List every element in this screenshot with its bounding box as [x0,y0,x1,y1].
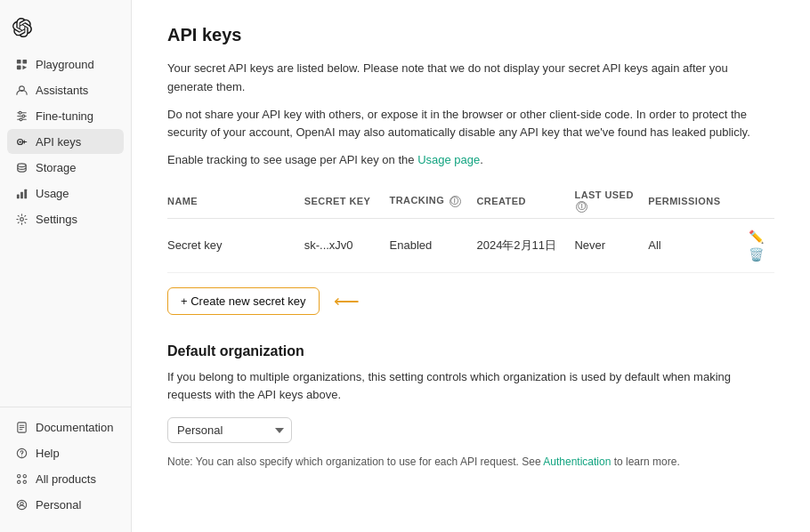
fine-tuning-icon [14,109,28,123]
usage-tracking-text: Enable tracking to see usage per API key… [167,151,774,170]
col-header-tracking: TRACKING ⓘ [390,184,477,218]
key-permissions: All [648,218,728,272]
svg-rect-11 [16,194,19,198]
page-title: API keys [167,25,774,45]
personal-icon [14,497,28,512]
default-org-description: If you belong to multiple organizations,… [167,368,774,406]
col-header-secret: SECRET KEY [304,184,390,218]
svg-point-14 [20,217,23,221]
assistants-icon [14,83,28,97]
edit-key-button[interactable]: ✏️ [745,228,767,246]
usage-page-link[interactable]: Usage page [417,153,480,166]
table-row: Secret key sk-...xJv0 Enabled 2024年2月11日… [167,218,774,272]
lastused-info-icon: ⓘ [576,201,587,213]
svg-rect-0 [16,59,20,63]
sidebar-item-label: Assistants [36,84,88,97]
svg-point-19 [23,474,26,477]
create-secret-key-button[interactable]: + Create new secret key [167,287,320,315]
sidebar-item-label: Fine-tuning [36,109,93,123]
key-secret: sk-...xJv0 [304,218,390,272]
sidebar-item-label: Settings [36,213,77,226]
svg-point-7 [20,117,22,120]
sidebar-item-api-keys[interactable]: API keys [7,129,124,154]
col-header-permissions: PERMISSIONS [648,184,728,218]
arrow-indicator-icon: ⟵ [334,290,360,311]
svg-rect-2 [16,65,20,69]
sidebar-item-playground[interactable]: Playground [7,52,124,77]
api-keys-table: NAME SECRET KEY TRACKING ⓘ CREATED LAST … [167,184,774,273]
tracking-info-icon: ⓘ [450,196,461,207]
storage-icon [14,160,28,174]
sidebar-item-usage[interactable]: Usage [7,181,124,206]
app-logo [0,7,131,52]
help-icon [14,446,28,460]
sidebar-item-label: Playground [36,58,94,71]
svg-point-20 [17,480,20,483]
svg-point-18 [17,474,20,477]
sidebar: Playground Assistants Fine-tuning API ke… [0,0,132,532]
settings-icon [14,212,28,226]
svg-point-9 [19,141,20,142]
svg-point-21 [23,480,26,483]
authentication-link[interactable]: Authentication [543,455,611,468]
org-select-wrap: Personal [167,417,774,443]
col-header-actions [728,184,774,218]
sidebar-bottom: Documentation Help All products Personal [0,407,131,525]
sidebar-item-label: Personal [36,498,81,512]
sidebar-item-label: Storage [36,161,77,174]
svg-rect-12 [20,191,23,198]
sidebar-item-label: API keys [36,135,81,149]
sidebar-item-personal[interactable]: Personal [7,492,124,517]
usage-icon [14,186,28,200]
create-key-wrap: + Create new secret key ⟵ [167,287,774,315]
sidebar-nav: Playground Assistants Fine-tuning API ke… [0,52,131,407]
auth-note: Note: You can also specify which organiz… [167,454,774,470]
col-header-created: CREATED [476,184,574,218]
sidebar-item-label: Usage [36,187,69,200]
sidebar-item-label: All products [36,472,96,486]
col-header-lastused: LAST USED ⓘ [574,184,648,218]
products-icon [14,472,28,486]
svg-rect-13 [24,189,27,197]
sidebar-item-label: Documentation [36,421,113,434]
sidebar-item-assistants[interactable]: Assistants [7,77,124,102]
api-keys-icon [14,134,28,149]
openai-logo-icon [12,18,32,37]
svg-point-17 [20,455,21,456]
col-header-name: NAME [167,184,304,218]
svg-rect-1 [22,59,27,63]
svg-point-6 [21,115,24,117]
docs-icon [14,420,28,434]
sidebar-item-storage[interactable]: Storage [7,155,124,180]
sidebar-item-label: Help [36,447,60,460]
description-1: Your secret API keys are listed below. P… [167,60,774,97]
sidebar-item-fine-tuning[interactable]: Fine-tuning [7,103,124,128]
default-org-title: Default organization [167,343,774,359]
playground-icon [14,57,28,71]
sidebar-item-help[interactable]: Help [7,440,124,465]
svg-point-10 [17,163,25,166]
sidebar-item-settings[interactable]: Settings [7,206,124,231]
key-lastused: Never [574,218,648,272]
svg-point-5 [19,111,21,114]
key-tracking: Enabled [390,218,477,272]
sidebar-item-all-products[interactable]: All products [7,466,124,491]
key-created: 2024年2月11日 [476,218,574,272]
main-content: API keys Your secret API keys are listed… [132,0,810,532]
delete-key-button[interactable]: 🗑️ [745,246,767,263]
org-select[interactable]: Personal [167,417,292,443]
description-2: Do not share your API key with others, o… [167,106,774,143]
sidebar-item-documentation[interactable]: Documentation [7,415,124,439]
key-name: Secret key [167,218,304,272]
key-actions: ✏️ 🗑️ [728,218,774,272]
svg-marker-3 [22,65,27,69]
svg-point-23 [20,502,22,504]
